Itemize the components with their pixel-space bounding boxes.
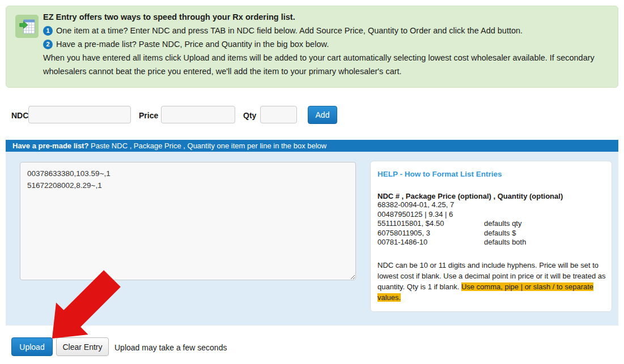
paste-list-textarea[interactable]: 00378633380,103.59~,1 51672208002,8.29~,… [20, 162, 356, 280]
example-entry: 55111015801, $4.50 [377, 219, 484, 229]
premade-list-header: Have a pre-made list? Paste NDC , Packag… [6, 140, 618, 152]
help-example-row: 60758011905, 3 defaults $ [377, 229, 605, 238]
example-entry: 60758011905, 3 [377, 229, 484, 238]
premade-list-header-rest: Paste NDC , Package Price , Quantity one… [88, 142, 326, 150]
banner-step-1: 1 One item at a time? Enter NDC and pres… [43, 24, 611, 37]
help-title-link[interactable]: HELP - How to Format List Entries [377, 170, 605, 178]
example-note: defaults qty [484, 219, 522, 229]
price-input[interactable] [161, 106, 235, 123]
help-example-row: 00781-1486-10 defaults both [377, 238, 605, 247]
step-2-text: Have a pre-made list? Paste NDC, Price a… [56, 37, 329, 51]
step-2-badge: 2 [43, 40, 53, 49]
ez-entry-page: EZ Entry offers two ways to speed throug… [0, 0, 624, 364]
step-1-badge: 1 [43, 26, 53, 36]
example-entry: 00487950125 | 9.34 | 6 [377, 210, 484, 220]
list-panel: 00378633380,103.59~,1 51672208002,8.29~,… [6, 152, 618, 326]
help-example-row: 00487950125 | 9.34 | 6 [377, 210, 605, 220]
banner-title: EZ Entry offers two ways to speed throug… [43, 10, 611, 24]
example-note: defaults both [484, 238, 526, 247]
upload-hint-text: Upload may take a few seconds [114, 343, 227, 352]
banner-footer-line-1: When you have entered all items click Up… [43, 51, 611, 65]
example-entry: 00781-1486-10 [377, 238, 484, 247]
ndc-label: NDC [11, 111, 28, 120]
qty-label: Qty [243, 111, 256, 120]
price-label: Price [139, 111, 158, 120]
spreadsheet-icon [15, 15, 39, 38]
ndc-input[interactable] [28, 106, 131, 123]
info-banner: EZ Entry offers two ways to speed throug… [6, 6, 618, 88]
example-note: defaults $ [484, 229, 516, 238]
qty-input[interactable] [260, 106, 297, 123]
help-note: NDC can be 10 or 11 digits and include h… [377, 260, 606, 303]
help-format-heading: NDC # , Package Price (optional) , Quant… [377, 192, 605, 200]
example-entry: 68382-0094-01, 4.25, 7 [377, 200, 484, 210]
add-button[interactable]: Add [308, 106, 337, 124]
banner-step-2: 2 Have a pre-made list? Paste NDC, Price… [43, 37, 611, 51]
help-example-row: 55111015801, $4.50 defaults qty [377, 219, 605, 229]
step-1-text: One item at a time? Enter NDC and press … [56, 24, 523, 37]
banner-footer-line-2: wholesalers cannot beat the price you en… [43, 65, 611, 78]
clear-entry-button[interactable]: Clear Entry [56, 337, 109, 356]
upload-button[interactable]: Upload [11, 337, 53, 356]
help-example-row: 68382-0094-01, 4.25, 7 [377, 200, 605, 210]
banner-text: EZ Entry offers two ways to speed throug… [43, 10, 611, 78]
help-panel: HELP - How to Format List Entries NDC # … [370, 161, 612, 312]
premade-list-header-bold: Have a pre-made list? [12, 142, 88, 150]
